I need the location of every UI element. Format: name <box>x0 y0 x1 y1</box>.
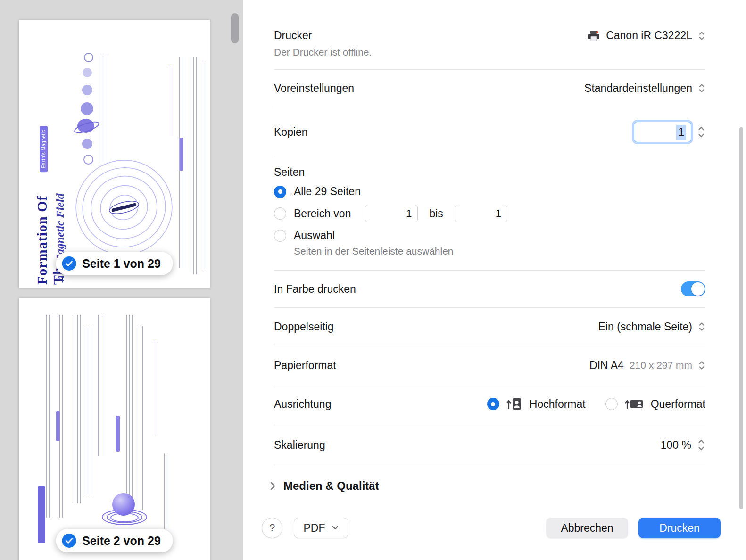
copies-stepper[interactable] <box>697 124 705 140</box>
stepper-icon <box>698 321 705 333</box>
radio-page-range[interactable] <box>274 207 286 220</box>
paper-row: Papierformat DIN A4 210 x 297 mm <box>274 346 705 385</box>
range-label: Bereich von <box>294 207 351 220</box>
scaling-value: 100 % <box>661 439 691 452</box>
color-print-row: In Farbe drucken <box>274 271 705 307</box>
printer-icon <box>587 30 600 42</box>
pages-group: Seiten Alle 29 Seiten Bereich von bis Au… <box>274 157 705 270</box>
cancel-label: Abbrechen <box>561 522 613 535</box>
media-quality-label: Medien & Qualität <box>283 479 379 493</box>
radio-selection[interactable] <box>274 230 286 242</box>
toggle-knob <box>691 282 705 296</box>
dialog-footer: ? PDF Abbrechen Drucken <box>262 518 721 538</box>
media-quality-section[interactable]: Medien & Qualität <box>274 467 705 505</box>
check-icon <box>62 534 76 548</box>
orientation-label: Ausrichtung <box>274 398 331 411</box>
selection-hint: Seiten in der Seitenleiste auswählen <box>294 246 705 257</box>
printer-row: Drucker Canon iR C3222L <box>274 29 705 42</box>
decor-circle <box>82 139 92 149</box>
scaling-stepper[interactable] <box>697 437 705 453</box>
pages-option-all[interactable]: Alle 29 Seiten <box>274 185 705 198</box>
print-dialog: Drucker Canon iR C3222L Der Drucker ist … <box>243 0 746 560</box>
decor-text-ticks <box>100 54 107 165</box>
decor-intro-badge <box>38 486 45 543</box>
range-from-input[interactable] <box>365 205 418 222</box>
duplex-label: Doppelseitig <box>274 321 334 333</box>
paper-size: 210 x 297 mm <box>630 360 692 371</box>
orientation-row: Ausrichtung Hochformat Querformat <box>274 385 705 423</box>
settings-scrollbar[interactable] <box>739 127 743 509</box>
all-pages-label: Alle 29 Seiten <box>294 185 361 198</box>
decor-circle <box>83 68 92 77</box>
cancel-button[interactable]: Abbrechen <box>546 518 628 538</box>
check-icon <box>62 256 76 271</box>
presets-label: Voreinstellungen <box>274 82 354 95</box>
printer-label: Drucker <box>274 29 312 42</box>
decor-text-column <box>169 65 174 136</box>
chevron-right-icon <box>269 481 276 491</box>
page-thumbnail-1[interactable]: Earth's Magnetic Formation Of The h's Ma… <box>19 20 210 288</box>
decor-text-column <box>164 453 170 529</box>
presets-select[interactable]: Standardeinstellungen <box>584 82 705 95</box>
decor-circle <box>81 102 93 115</box>
paper-select[interactable]: DIN A4 210 x 297 mm <box>589 359 705 372</box>
stepper-icon <box>698 359 705 371</box>
range-to-input[interactable] <box>455 205 507 222</box>
preview-scrollbar[interactable] <box>231 13 239 43</box>
decor-circle <box>84 53 93 62</box>
pages-option-selection[interactable]: Auswahl <box>274 229 705 242</box>
stepper-icon <box>698 82 705 94</box>
decor-text-column <box>46 315 54 518</box>
page-badge-label: Seite 1 von 29 <box>82 257 161 271</box>
decor-text-column <box>126 315 134 513</box>
chevron-down-icon <box>332 526 339 530</box>
copies-value: 1 <box>676 125 686 140</box>
magnetic-field-diagram <box>75 155 174 261</box>
portrait-icon <box>506 397 523 411</box>
radio-landscape[interactable] <box>605 398 618 410</box>
decor-text-column <box>154 340 159 435</box>
landscape-label: Querformat <box>651 398 705 411</box>
decor-section-marker <box>56 411 60 441</box>
preview-pane: Earth's Magnetic Formation Of The h's Ma… <box>0 0 243 560</box>
copies-row: Kopien 1 <box>274 107 705 157</box>
selection-label: Auswahl <box>294 229 335 242</box>
page-badge-2: Seite 2 von 29 <box>56 529 173 552</box>
decor-text-column <box>137 326 143 510</box>
radio-all-pages[interactable] <box>274 186 286 198</box>
page-thumbnail-2[interactable]: Seite 2 von 29 <box>19 298 210 560</box>
scaling-label: Skalierung <box>274 439 325 452</box>
pages-option-range[interactable]: Bereich von bis <box>274 205 705 222</box>
decor-text-column <box>191 57 198 274</box>
decor-text-column <box>75 315 82 503</box>
copies-input[interactable]: 1 <box>634 122 691 142</box>
printer-value: Canon iR C3222L <box>606 29 692 42</box>
decor-text-column <box>98 315 105 456</box>
print-label: Drucken <box>659 522 700 535</box>
color-print-label: In Farbe drucken <box>274 283 356 296</box>
presets-value: Standardeinstellungen <box>584 82 692 95</box>
help-label: ? <box>269 522 275 534</box>
decor-text-column <box>202 61 207 269</box>
paper-label: Papierformat <box>274 359 336 372</box>
color-print-toggle[interactable] <box>681 281 705 296</box>
landscape-icon <box>624 397 644 411</box>
pdf-label: PDF <box>304 522 325 535</box>
stepper-icon <box>698 30 705 42</box>
pdf-menu-button[interactable]: PDF <box>294 518 348 538</box>
portrait-label: Hochformat <box>530 398 586 411</box>
radio-portrait[interactable] <box>487 398 499 410</box>
duplex-row: Doppelseitig Ein (schmale Seite) <box>274 308 705 346</box>
duplex-value: Ein (schmale Seite) <box>598 321 692 333</box>
pages-label: Seiten <box>274 166 705 179</box>
help-button[interactable]: ? <box>262 518 282 538</box>
copies-label: Kopien <box>274 126 308 139</box>
printer-select[interactable]: Canon iR C3222L <box>587 29 705 42</box>
print-button[interactable]: Drucken <box>638 518 721 538</box>
presets-row: Voreinstellungen Standardeinstellungen <box>274 70 705 107</box>
duplex-select[interactable]: Ein (schmale Seite) <box>598 321 705 333</box>
decor-section-marker <box>180 138 183 171</box>
page1-side-badge: Earth's Magnetic <box>40 126 48 172</box>
paper-value: DIN A4 <box>589 359 624 372</box>
decor-sphere <box>112 493 135 516</box>
